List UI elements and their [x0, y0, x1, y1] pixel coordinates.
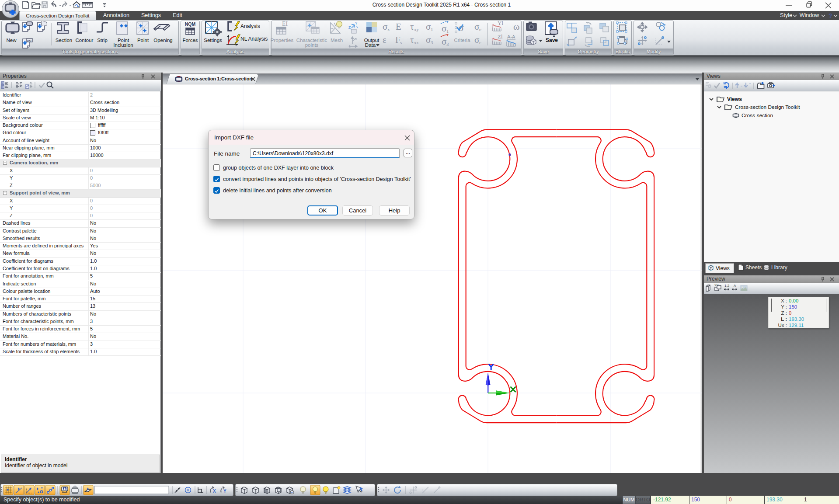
svg-text:Opening: Opening [153, 38, 172, 43]
svg-text:Analysis: Analysis [240, 23, 260, 29]
svg-text:DXF: DXF [27, 39, 32, 42]
svg-text:σ: σ [426, 21, 431, 32]
svg-text:Save: Save [546, 37, 558, 43]
svg-text:F: F [395, 35, 400, 45]
svg-text:σ: σ [442, 36, 446, 47]
svg-text:Data: Data [365, 42, 376, 48]
svg-text:Yl: Yl [498, 20, 503, 26]
svg-text:c: c [479, 40, 481, 45]
svg-text:x: x [387, 27, 390, 32]
svg-text:Point: Point [137, 38, 149, 43]
svg-text:XY: XY [714, 284, 719, 287]
svg-text:1: 1 [446, 28, 449, 34]
svg-text:ε: ε [383, 35, 386, 45]
svg-text:A-A: A-A [507, 34, 515, 39]
svg-text:σ: σ [383, 21, 387, 32]
svg-text:NL Analysis: NL Analysis [240, 36, 268, 42]
svg-text:New: New [6, 38, 17, 43]
svg-text:Zl: Zl [498, 33, 503, 40]
svg-text:Forces: Forces [182, 38, 198, 43]
svg-text:Properties: Properties [271, 38, 294, 43]
svg-text:s: s [400, 40, 402, 45]
svg-text:Z: Z [348, 25, 351, 30]
svg-text:NQM: NQM [185, 21, 196, 27]
svg-text:σ: σ [474, 35, 479, 45]
svg-text:xy: xy [414, 27, 419, 32]
svg-text:3: 3 [431, 40, 433, 45]
svg-text:Inclusion: Inclusion [113, 42, 133, 48]
svg-text:Y: Y [223, 489, 226, 494]
svg-text:σ: σ [442, 23, 446, 34]
svg-text:τ: τ [410, 21, 414, 32]
svg-text:Y: Y [355, 21, 358, 25]
svg-text:Mesh: Mesh [331, 38, 343, 43]
svg-text:points: points [305, 42, 319, 48]
svg-text:A: A [734, 284, 736, 288]
svg-text:Contour: Contour [76, 38, 94, 43]
svg-text:e: e [479, 27, 481, 32]
svg-text:ω: ω [513, 21, 519, 32]
svg-text:E: E [396, 21, 401, 32]
svg-text:Settings: Settings [204, 38, 222, 43]
svg-text:σ: σ [474, 21, 479, 32]
svg-text:τ: τ [410, 35, 414, 45]
svg-text:σ: σ [426, 35, 431, 45]
svg-text:3: 3 [446, 42, 449, 47]
svg-text:?: ? [829, 12, 832, 19]
svg-text:Strip: Strip [97, 38, 108, 43]
svg-text:1.2: 1.2 [724, 284, 730, 288]
svg-text:Section: Section [56, 38, 72, 43]
svg-text:1: 1 [431, 27, 433, 32]
svg-text:xz: xz [414, 40, 419, 45]
svg-text:X: X [213, 489, 216, 494]
svg-text:EI: EI [282, 21, 288, 27]
svg-text:Criteria: Criteria [454, 38, 470, 43]
